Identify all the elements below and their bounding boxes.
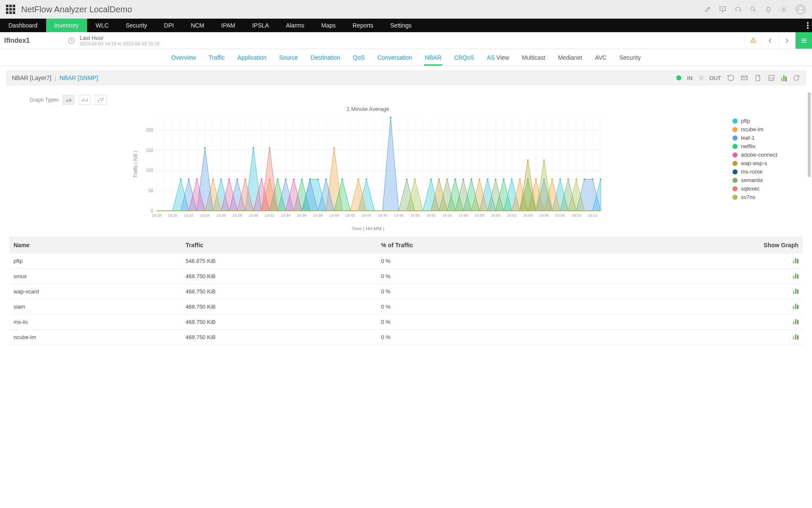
legend-item[interactable]: wap-wsp-s: [732, 160, 803, 166]
legend-item[interactable]: pftp: [732, 118, 803, 124]
nav-item-ipsla[interactable]: IPSLA: [244, 19, 277, 32]
svg-point-123: [212, 178, 214, 180]
svg-text:15:06: 15:06: [539, 213, 549, 218]
tab-conversation[interactable]: Conversation: [376, 50, 413, 65]
chart-colors-icon[interactable]: [781, 75, 787, 81]
legend-item[interactable]: leaf-1: [732, 135, 803, 141]
mail-icon[interactable]: [741, 74, 748, 82]
pdf-icon[interactable]: [754, 74, 762, 82]
apps-grid-icon[interactable]: [6, 5, 15, 14]
legend-item[interactable]: ms-rome: [732, 168, 803, 175]
nav-item-dpi[interactable]: DPI: [156, 19, 182, 32]
legend-item[interactable]: netflix: [732, 143, 803, 149]
headset-icon[interactable]: [734, 6, 742, 13]
legend-item[interactable]: ss7ns: [732, 194, 803, 200]
svg-text:14:28: 14:28: [233, 213, 242, 218]
nbar-sub-bar: NBAR [Layer7] | NBAR [SNMP] IN OUT CSV: [6, 70, 806, 86]
tab-traffic[interactable]: Traffic: [208, 50, 225, 65]
show-graph-cell[interactable]: [582, 315, 803, 330]
svg-point-146: [503, 178, 505, 180]
gear-icon[interactable]: [780, 6, 787, 13]
direction-in-label: IN: [687, 75, 693, 81]
tab-cbqos[interactable]: CBQoS: [453, 50, 475, 65]
app-title: NetFlow Analyzer LocalDemo: [21, 5, 132, 14]
bell-icon[interactable]: [765, 6, 772, 13]
cell-name: siam: [9, 299, 181, 315]
nav-item-dashboard[interactable]: Dashboard: [0, 19, 46, 32]
refresh-icon[interactable]: [793, 74, 800, 82]
nav-item-settings[interactable]: Settings: [382, 19, 420, 32]
svg-text:150: 150: [146, 148, 153, 153]
svg-text:Time ( HH:MM ): Time ( HH:MM ): [351, 226, 384, 231]
alert-config-icon[interactable]: [744, 32, 761, 49]
top-bar: NetFlow Analyzer LocalDemo: [0, 0, 812, 19]
nav-item-reports[interactable]: Reports: [344, 19, 382, 32]
svg-point-135: [309, 178, 311, 180]
show-graph-cell[interactable]: [582, 254, 803, 269]
svg-point-148: [196, 178, 198, 180]
search-icon[interactable]: [749, 6, 757, 13]
show-graph-cell[interactable]: [582, 330, 803, 345]
scatter-chart-button[interactable]: [95, 95, 107, 105]
legend-item[interactable]: ncube-lm: [732, 126, 803, 133]
svg-point-152: [438, 178, 440, 180]
scrollbar[interactable]: [808, 92, 811, 177]
legend-swatch: [732, 144, 738, 149]
next-icon[interactable]: [778, 32, 795, 49]
time-label: Last Hour: [80, 35, 159, 41]
svg-point-112: [180, 178, 181, 180]
svg-text:100: 100: [146, 168, 153, 173]
time-range[interactable]: Last Hour 2023-04-03 14:18 to 2023-04-03…: [68, 35, 159, 46]
user-avatar[interactable]: [795, 4, 806, 15]
tab-as[interactable]: AS View: [486, 50, 510, 65]
nav-item-alarms[interactable]: Alarms: [277, 19, 313, 32]
svg-point-155: [446, 178, 448, 180]
tab-qos[interactable]: QoS: [352, 50, 365, 65]
tab-security[interactable]: Security: [618, 50, 642, 65]
legend-swatch: [732, 152, 738, 157]
nbar-snmp-tab[interactable]: NBAR [SNMP]: [60, 75, 98, 81]
legend-item[interactable]: adobe-connect: [732, 152, 803, 158]
legend-item[interactable]: semantix: [732, 177, 803, 183]
svg-point-3: [799, 7, 801, 9]
presentation-icon[interactable]: [719, 6, 727, 13]
show-graph-cell[interactable]: [582, 269, 803, 284]
show-graph-cell[interactable]: [582, 284, 803, 299]
svg-point-122: [600, 178, 601, 180]
show-graph-cell[interactable]: [582, 299, 803, 315]
direction-out-dot[interactable]: [699, 75, 704, 80]
svg-point-157: [495, 178, 497, 180]
rocket-icon[interactable]: [704, 6, 711, 13]
cell-traffic: 468.750 KiB: [181, 299, 377, 315]
history-icon[interactable]: [727, 74, 735, 82]
svg-point-139: [584, 178, 585, 180]
direction-in-dot[interactable]: [676, 75, 681, 80]
nav-item-ipam[interactable]: IPAM: [213, 19, 244, 32]
tab-source[interactable]: Source: [278, 50, 299, 65]
nav-item-inventory[interactable]: Inventory: [46, 19, 88, 32]
nav-item-security[interactable]: Security: [117, 19, 156, 32]
prev-icon[interactable]: [761, 32, 778, 49]
tab-avc[interactable]: AVC: [594, 50, 608, 65]
bar-chart-button[interactable]: [79, 95, 91, 105]
svg-point-159: [244, 178, 246, 180]
csv-icon[interactable]: CSV: [768, 74, 775, 82]
svg-text:14:50: 14:50: [410, 213, 420, 218]
tab-overview[interactable]: Overview: [170, 50, 197, 65]
tab-medianet[interactable]: Medianet: [557, 50, 583, 65]
legend-label: pftp: [741, 118, 750, 124]
nav-item-maps[interactable]: Maps: [313, 19, 344, 32]
cell-traffic: 546.875 KiB: [181, 254, 377, 269]
nav-item-ncm[interactable]: NCM: [182, 19, 213, 32]
area-chart-button[interactable]: [63, 95, 74, 105]
nav-more-icon[interactable]: [807, 19, 809, 32]
tab-destination[interactable]: Destination: [310, 50, 341, 65]
tab-multicast[interactable]: Multicast: [521, 50, 546, 65]
legend-item[interactable]: sqlexec: [732, 185, 803, 192]
nbar-layer7-tab[interactable]: NBAR [Layer7]: [12, 75, 51, 81]
svg-text:14:40: 14:40: [329, 213, 339, 218]
nav-item-wlc[interactable]: WLC: [87, 19, 117, 32]
hamburger-menu-icon[interactable]: [795, 32, 812, 49]
tab-application[interactable]: Application: [236, 50, 267, 65]
tab-nbar[interactable]: NBAR: [424, 50, 442, 65]
